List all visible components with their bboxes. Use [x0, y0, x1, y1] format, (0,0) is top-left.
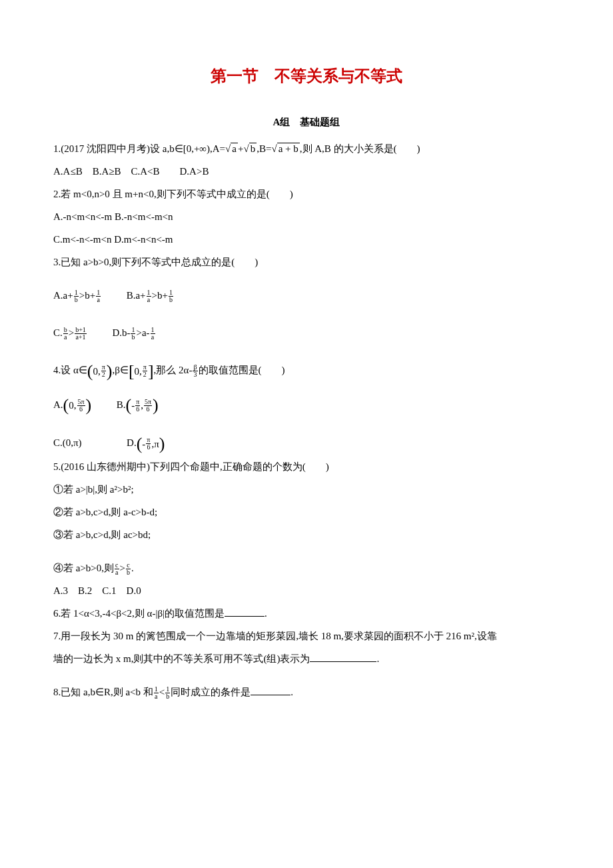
den: a: [115, 569, 119, 576]
question-7-line1: 7.用一段长为 30 m 的篱笆围成一个一边靠墙的矩形菜园,墙长 18 m,要求…: [53, 626, 560, 646]
interval: (-π6,5π6): [126, 395, 159, 415]
frac: π6: [146, 437, 151, 451]
q5-p4: ④若 a>b>0,则ca>cb.: [53, 558, 560, 578]
text: 墙的一边长为 x m,则其中的不等关系可用不等式(组)表示为: [53, 653, 310, 664]
opt-d: D.m<-n<n<-m: [114, 234, 173, 245]
rparen-icon: ): [153, 397, 159, 414]
opt-b-pre: B.: [117, 399, 126, 410]
q2-options-ab: A.-n<m<n<-m B.-n<m<-m<n: [53, 207, 560, 227]
den: a+1: [75, 334, 87, 341]
question-1: 1.(2017 沈阳四中月考)设 a,b∈[0,+∞),A=a+b,B=a + …: [53, 139, 560, 159]
den: b: [131, 334, 135, 341]
plus: +: [238, 143, 243, 154]
rparen-icon: ): [107, 363, 113, 380]
den: 6: [135, 406, 140, 413]
radicand: a + b: [277, 143, 300, 154]
den: a: [154, 693, 159, 700]
sqrt-ab: a + b: [271, 139, 299, 159]
frac: 5π6: [144, 399, 152, 413]
frac: 1a: [151, 327, 155, 341]
num: 5π: [144, 399, 152, 406]
radicand: b: [249, 143, 257, 154]
num: 5π: [77, 399, 85, 406]
frac: π2: [101, 364, 106, 378]
opt-d-pre: D.: [127, 437, 137, 448]
text: 0,: [135, 361, 142, 381]
text: 8.已知 a,b∈R,则 a<b 和: [53, 687, 153, 697]
opt-c: C.m<-n<-m<n: [53, 234, 111, 245]
num: π: [135, 399, 140, 406]
opt-a: A.-n<m<n<-m: [53, 211, 112, 222]
section-subtitle: A组 基础题组: [53, 112, 560, 132]
den: a: [151, 334, 155, 341]
lbrack-icon: [: [129, 363, 135, 380]
fill-blank[interactable]: [310, 651, 376, 662]
fill-blank[interactable]: [225, 606, 265, 617]
den: b: [126, 569, 131, 576]
neg: -: [142, 434, 145, 454]
frac: 1b: [165, 686, 170, 700]
rparen-icon: ): [86, 397, 92, 414]
sqrt-b: b: [243, 139, 257, 159]
frac: 1b: [131, 327, 135, 341]
text: .: [376, 653, 379, 664]
frac: 1a: [96, 289, 101, 303]
q1-options: A.A≤B B.A≥B C.A<B D.A>B: [53, 161, 560, 181]
text: ,β∈: [113, 365, 129, 375]
lparen-icon: (: [87, 363, 93, 380]
frac: β3: [193, 364, 197, 378]
sqrt-a: a: [225, 139, 238, 159]
text: >: [69, 327, 74, 338]
den: a: [63, 334, 68, 341]
frac: b+1a+1: [75, 327, 87, 341]
radicand: a: [231, 143, 238, 154]
text: ④若 a>b>0,则: [53, 563, 114, 573]
lparen-icon: (: [63, 397, 69, 414]
text: .: [131, 563, 134, 573]
lparen-icon: (: [137, 435, 143, 453]
opt-a-pre: A.a+: [53, 290, 73, 301]
text: .: [291, 687, 293, 697]
den: 2: [143, 371, 147, 378]
rbrack-icon: ]: [148, 363, 154, 380]
opt-a-pre: A.: [53, 399, 63, 410]
text: ,π: [151, 434, 159, 454]
q1-stem: 1.(2017 沈阳四中月考)设 a,b∈[0,+∞),A=: [53, 143, 225, 154]
question-3: 3.已知 a>b>0,则下列不等式中总成立的是( ): [53, 252, 560, 272]
frac: cb: [126, 562, 131, 576]
q2-options-cd: C.m<-n<-m<n D.m<-n<n<-m: [53, 229, 560, 249]
den: 6: [144, 406, 152, 413]
question-6: 6.若 1<α<3,-4<β<2,则 α-|β|的取值范围是.: [53, 603, 560, 623]
neg: -: [131, 395, 135, 415]
den: 2: [101, 371, 106, 378]
frac: 1a: [154, 686, 159, 700]
frac: 1b: [169, 289, 173, 303]
text: >b+: [152, 290, 168, 301]
text: ,: [141, 395, 143, 415]
den: b: [165, 693, 170, 700]
question-5: 5.(2016 山东德州期中)下列四个命题中,正确命题的个数为( ): [53, 457, 560, 477]
text: >: [120, 563, 125, 573]
q3-row2: C.ba>b+1a+1 D.b-1b>a-1a: [53, 323, 560, 343]
q5-p3: ③若 a>b,c>d,则 ac>bd;: [53, 525, 560, 545]
frac: π6: [135, 399, 140, 413]
den: b: [74, 297, 79, 303]
text: 0,: [93, 361, 101, 381]
den: a: [147, 297, 151, 303]
text: 的取值范围是( ): [199, 365, 285, 375]
opt-b: B.-n<m<-m<n: [115, 211, 173, 222]
text: >a-: [136, 327, 149, 338]
question-8: 8.已知 a,b∈R,则 a<b 和1a<1b同时成立的条件是.: [53, 682, 560, 702]
opt-c: C.(0,π): [53, 437, 82, 448]
frac: 5π6: [77, 399, 85, 413]
q4-stem: 4.设 α∈: [53, 365, 87, 375]
frac: 1b: [74, 289, 79, 303]
question-2: 2.若 m<0,n>0 且 m+n<0,则下列不等式中成立的是( ): [53, 184, 560, 204]
lparen-icon: (: [126, 397, 132, 414]
opt-c-pre: C.: [53, 327, 63, 338]
fill-blank[interactable]: [251, 685, 291, 695]
question-4: 4.设 α∈(0,π2),β∈[0,π2],那么 2α-β3的取值范围是( ): [53, 360, 560, 381]
text: 0,: [69, 395, 76, 415]
den: 6: [146, 444, 151, 451]
interval: (0,5π6): [63, 395, 92, 415]
